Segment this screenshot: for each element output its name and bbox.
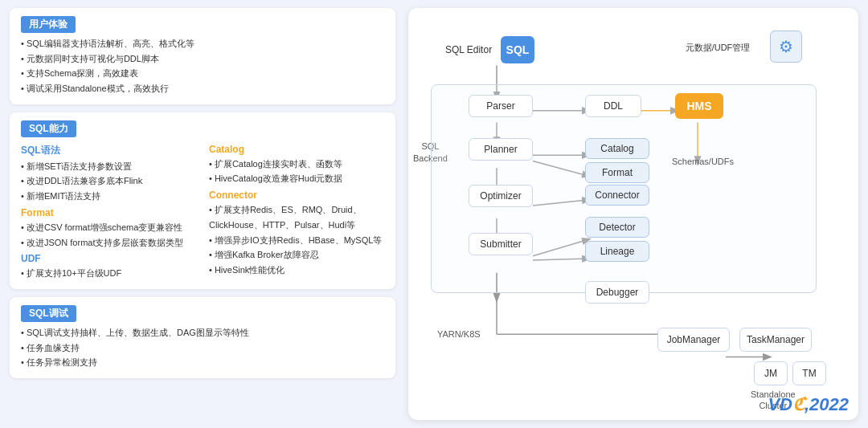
format-list: 改进CSV format增强schema变更兼容性 改进JSON format支… <box>21 220 196 250</box>
parser-node: Parser <box>469 95 533 117</box>
debug-1: SQL调试支持抽样、上传、数据生成、DAG图显示等特性 <box>21 325 384 340</box>
meta-udf-label: 元数据/UDF管理 <box>674 39 762 56</box>
catalog-list: 扩展Catalog连接实时表、函数等 HiveCatalog改造兼容Hudi元数… <box>209 157 384 186</box>
sql-ability-title: SQL能力 <box>21 120 76 137</box>
sql-syntax-title: SQL语法 <box>21 144 196 157</box>
right-panel: SQL Editor SQL 元数据/UDF管理 ⚙ SQLBackend Pa… <box>408 8 858 420</box>
detector-node: Detector <box>585 217 649 238</box>
udf-list: 扩展支持10+平台级UDF <box>21 266 196 281</box>
jm-node: JM <box>754 361 788 385</box>
ux-item-4: 调试采用Standalone模式，高效执行 <box>21 81 384 96</box>
sql-icon: SQL <box>501 36 534 63</box>
format-node: Format <box>585 162 649 183</box>
optimizer-node: Optimizer <box>469 185 533 207</box>
catalog-title: Catalog <box>209 144 384 155</box>
connector-1: 扩展支持Redis、ES、RMQ、Druid、ClickHouse、HTTP、P… <box>209 202 384 232</box>
connector-2: 增强异步IO支持Redis、HBase、MySQL等 <box>209 233 384 248</box>
sql-ability-grid: SQL语法 新增SET语法支持参数设置 改进DDL语法兼容多底本Flink 新增… <box>21 141 384 281</box>
planner-node: Planner <box>469 138 533 161</box>
submitter-node: Submitter <box>469 233 533 255</box>
left-panel: 用户体验 SQL编辑器支持语法解析、高亮、格式化等 元数据同时支持可视化与DDL… <box>10 8 395 420</box>
schemas-udfs-label: Schemas/UDFs <box>672 157 734 166</box>
sql-syntax-list: 新增SET语法支持参数设置 改进DDL语法兼容多底本Flink 新增EMIT语法… <box>21 159 196 204</box>
debugger-node: Debugger <box>585 281 649 304</box>
jobmanager-node: JobManager <box>657 328 730 352</box>
sql-debug-section: SQL调试 SQL调试支持抽样、上传、数据生成、DAG图显示等特性 任务血缘支持… <box>10 297 395 378</box>
connector-list: 扩展支持Redis、ES、RMQ、Druid、ClickHouse、HTTP、P… <box>209 202 384 277</box>
debug-2: 任务血缘支持 <box>21 340 384 356</box>
sql-editor-label: SQL Editor <box>432 39 505 61</box>
connector-title: Connector <box>209 190 384 201</box>
format-2: 改进JSON format支持多层嵌套数据类型 <box>21 235 196 251</box>
ux-item-2: 元数据同时支持可视化与DDL脚本 <box>21 51 384 67</box>
format-1: 改进CSV format增强schema变更兼容性 <box>21 220 196 235</box>
architecture-diagram: SQL Editor SQL 元数据/UDF管理 ⚙ SQLBackend Pa… <box>408 8 858 420</box>
ux-section: 用户体验 SQL编辑器支持语法解析、高亮、格式化等 元数据同时支持可视化与DDL… <box>10 8 395 104</box>
lineage-node: Lineage <box>585 241 649 262</box>
ddl-node: DDL <box>585 95 641 117</box>
connector-node: Connector <box>585 185 649 206</box>
ux-title: 用户体验 <box>21 16 76 33</box>
debug-3: 任务异常检测支持 <box>21 355 384 370</box>
taskmanager-node: TaskManager <box>739 328 812 352</box>
ux-item-1: SQL编辑器支持语法解析、高亮、格式化等 <box>21 36 384 51</box>
format-title: Format <box>21 207 196 218</box>
connector-4: HiveSink性能优化 <box>209 263 384 278</box>
udf-title: UDF <box>21 253 196 264</box>
sql-syntax-1: 新增SET语法支持参数设置 <box>21 159 196 174</box>
sql-debug-title: SQL调试 <box>21 305 76 322</box>
sql-right-col: Catalog 扩展Catalog连接实时表、函数等 HiveCatalog改造… <box>209 141 384 281</box>
ux-item-3: 支持Schema探测，高效建表 <box>21 66 384 81</box>
yarn-k8s-label: YARN/K8S <box>437 329 481 339</box>
meta-icon: ⚙ <box>770 31 802 63</box>
catalog-2: HiveCatalog改造兼容Hudi元数据 <box>209 171 384 186</box>
sql-ability-section: SQL能力 SQL语法 新增SET语法支持参数设置 改进DDL语法兼容多底本Fl… <box>10 112 395 289</box>
connector-3: 增强Kafka Broker故障容忍 <box>209 247 384 263</box>
tm-node: TM <box>792 361 826 385</box>
ux-list: SQL编辑器支持语法解析、高亮、格式化等 元数据同时支持可视化与DDL脚本 支持… <box>21 36 384 96</box>
udf-1: 扩展支持10+平台级UDF <box>21 266 196 281</box>
catalog-1: 扩展Catalog连接实时表、函数等 <box>209 157 384 172</box>
sql-syntax-3: 新增EMIT语法支持 <box>21 189 196 204</box>
sql-left-col: SQL语法 新增SET语法支持参数设置 改进DDL语法兼容多底本Flink 新增… <box>21 141 196 281</box>
hms-node: HMS <box>675 93 723 119</box>
catalog-node: Catalog <box>585 138 649 159</box>
sql-syntax-2: 改进DDL语法兼容多底本Flink <box>21 173 196 189</box>
vdg-logo: VDℭ,2022 <box>768 394 849 415</box>
debug-list: SQL调试支持抽样、上传、数据生成、DAG图显示等特性 任务血缘支持 任务异常检… <box>21 325 384 370</box>
